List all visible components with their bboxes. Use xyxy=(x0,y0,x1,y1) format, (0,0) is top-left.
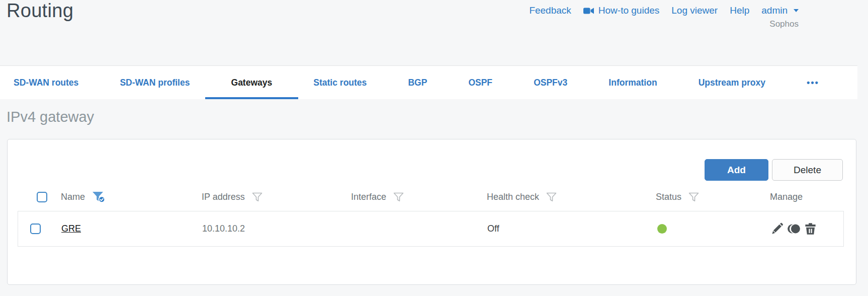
table-header: Name IP address Interfac xyxy=(8,186,856,208)
tab-upstream-proxy[interactable]: Upstream proxy xyxy=(699,66,765,99)
chevron-down-icon xyxy=(794,9,799,12)
tab-sdwan-routes[interactable]: SD-WAN routes xyxy=(14,66,78,99)
gateway-table-card: Add Delete Name IP address xyxy=(7,139,856,285)
tab-bgp[interactable]: BGP xyxy=(408,66,427,99)
status-filter-icon[interactable] xyxy=(688,192,699,202)
brand-label: Sophos xyxy=(769,19,799,29)
name-filter-active-icon[interactable] xyxy=(92,191,106,203)
delete-icon[interactable] xyxy=(804,222,817,236)
section-title: IPv4 gateway xyxy=(7,109,94,125)
edit-icon[interactable] xyxy=(770,222,784,236)
clone-icon[interactable] xyxy=(787,222,801,236)
top-links: Feedback How-to guides Log viewer Help xyxy=(529,5,799,29)
table-row: GRE 10.10.10.2 Off xyxy=(18,211,844,247)
tab-static-routes[interactable]: Static routes xyxy=(313,66,367,99)
routing-page: Routing Feedback How-to guides Log xyxy=(0,0,868,296)
tab-more[interactable]: ••• xyxy=(807,66,819,99)
gateway-health-check: Off xyxy=(487,224,656,234)
top-bar: Routing Feedback How-to guides Log xyxy=(0,0,868,65)
manage-actions xyxy=(770,222,843,236)
tab-ospf[interactable]: OSPF xyxy=(468,66,492,99)
column-header-status: Status xyxy=(656,192,681,202)
column-header-name: Name xyxy=(61,192,85,202)
admin-menu[interactable]: admin xyxy=(761,5,799,16)
status-up-indicator xyxy=(657,224,667,234)
table-toolbar: Add Delete xyxy=(705,159,843,181)
gateway-ip-address: 10.10.10.2 xyxy=(202,224,352,234)
feedback-label: Feedback xyxy=(529,5,571,16)
tab-ospfv3[interactable]: OSPFv3 xyxy=(534,66,567,99)
select-all-checkbox[interactable] xyxy=(37,192,47,202)
help-link[interactable]: Help xyxy=(730,5,749,16)
column-header-interface: Interface xyxy=(351,192,386,202)
tab-bar: SD-WAN routes SD-WAN profiles Gateways S… xyxy=(0,65,857,99)
add-button[interactable]: Add xyxy=(705,159,768,181)
tab-information[interactable]: Information xyxy=(609,66,657,99)
tab-gateways[interactable]: Gateways xyxy=(231,66,273,99)
column-header-ip-address: IP address xyxy=(202,192,245,202)
howto-guides-link[interactable]: How-to guides xyxy=(583,5,659,16)
log-viewer-link[interactable]: Log viewer xyxy=(671,5,718,16)
howto-guides-label: How-to guides xyxy=(598,5,659,16)
column-header-manage: Manage xyxy=(770,192,803,202)
admin-label: admin xyxy=(761,5,788,16)
help-label: Help xyxy=(730,5,749,16)
tab-sdwan-profiles[interactable]: SD-WAN profiles xyxy=(120,66,190,99)
log-viewer-label: Log viewer xyxy=(671,5,718,16)
page-title: Routing xyxy=(7,0,73,22)
health-check-filter-icon[interactable] xyxy=(546,192,557,202)
feedback-link[interactable]: Feedback xyxy=(529,5,571,16)
delete-button[interactable]: Delete xyxy=(772,159,843,181)
ip-address-filter-icon[interactable] xyxy=(252,192,263,202)
column-header-health-check: Health check xyxy=(487,192,539,202)
video-camera-icon xyxy=(583,7,594,15)
gateway-name-link[interactable]: GRE xyxy=(61,224,81,234)
row-checkbox[interactable] xyxy=(30,224,41,234)
interface-filter-icon[interactable] xyxy=(393,192,404,202)
